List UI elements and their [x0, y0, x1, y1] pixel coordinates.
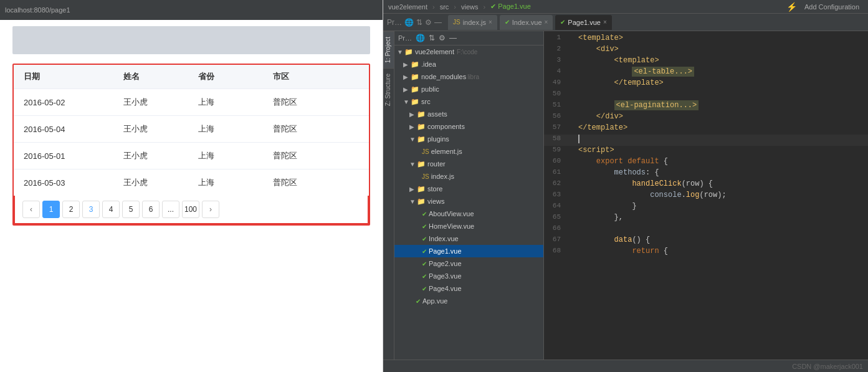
tree-src[interactable]: ▼ 📁 src [394, 95, 543, 108]
router-icon: 📁 [417, 160, 426, 168]
tree-store[interactable]: ▶ 📁 store [394, 183, 543, 195]
tree-router[interactable]: ▼ 📁 router [394, 158, 543, 170]
tree-index-vue[interactable]: ✔ Index.vue [394, 232, 543, 245]
ridx-icon: JS [422, 173, 429, 180]
code-line-68: 68 return { [544, 247, 868, 258]
av-label: AboutView.vue [429, 210, 474, 217]
code-line-63: 63 console.log(row); [544, 191, 868, 202]
tree-page2-vue[interactable]: ✔ Page2.vue [394, 257, 543, 270]
tree-app-vue[interactable]: ✔ App.vue [394, 295, 543, 307]
app-label: App.vue [422, 297, 447, 305]
code-line-58: 58 [544, 135, 868, 146]
data-table: 日期 姓名 省份 市区 2016-05-02王小虎上海普陀区2016-05-04… [14, 65, 369, 196]
page-6-button[interactable]: 6 [142, 201, 160, 218]
tree-page1-vue[interactable]: ✔ Page1.vue [394, 245, 543, 257]
browser-url[interactable]: localhost:8080/page1 [5, 6, 70, 14]
breadcrumb-views: views [461, 3, 479, 11]
ide-tab-bar: Pr… 🌐 ⇅ ⚙ — JS index.js × ✔ Index.vue × … [383, 14, 868, 31]
iv-icon: ✔ [422, 236, 427, 242]
tree-router-index-js[interactable]: JS index.js [394, 170, 543, 183]
idea-label: .idea [421, 60, 436, 68]
tree-page3-vue[interactable]: ✔ Page3.vue [394, 270, 543, 282]
idea-icon: 📁 [411, 60, 419, 69]
tree-public[interactable]: ▶ 📁 public [394, 83, 543, 95]
tree-node-modules[interactable]: ▶ 📁 node_modules libra [394, 70, 543, 83]
ide-side-labels: 1: Project Z: Structure [383, 31, 394, 360]
side-label-structure[interactable]: Z: Structure [383, 68, 394, 111]
router-label: router [427, 160, 446, 168]
tab-index-js[interactable]: JS index.js × [448, 15, 497, 30]
p2-icon: ✔ [422, 260, 427, 267]
table-row: 2016-05-01王小虎上海普陀区 [14, 143, 369, 169]
root-label: vue2element [415, 48, 454, 55]
tree-about-view[interactable]: ✔ AboutView.vue [394, 207, 543, 220]
page-1-button[interactable]: 1 [42, 201, 60, 218]
tree-components[interactable]: ▶ 📁 components [394, 120, 543, 133]
tree-assets[interactable]: ▶ 📁 assets [394, 108, 543, 120]
ide-file-tree: Pr… 🌐 ⇅ ⚙ — ▼ 📁 vue2element F:\code ▶ 📁 … [394, 31, 544, 360]
table-row: 2016-05-03王小虎上海普陀区 [14, 169, 369, 196]
col-district: 市区 [263, 65, 369, 89]
table-cell: 上海 [188, 143, 263, 169]
plugins-label: plugins [427, 135, 449, 143]
code-editor[interactable]: 1 <template> 2 <div> 3 <template> 4 [544, 31, 868, 360]
nm-arrow: ▶ [403, 74, 409, 80]
toolbar-icon-globe: 🌐 [404, 18, 414, 27]
assets-icon: 📁 [417, 110, 426, 118]
col-province: 省份 [188, 65, 263, 89]
tab-close-index-js[interactable]: × [489, 19, 492, 26]
table-cell: 2016-05-03 [14, 169, 113, 196]
page-2-button[interactable]: 2 [62, 201, 80, 218]
tab-close-page1-vue[interactable]: × [603, 19, 607, 26]
tree-views[interactable]: ▼ 📁 views [394, 195, 543, 207]
breadcrumb-project: vue2element [388, 3, 427, 11]
hv-label: HomeView.vue [429, 222, 474, 230]
code-line-2: 2 <div> [544, 45, 868, 56]
page-3-button[interactable]: 3 [82, 201, 100, 218]
next-page-button[interactable]: › [202, 201, 219, 218]
src-icon: 📁 [411, 98, 419, 106]
nm-label: node_modules [421, 73, 466, 80]
add-configuration-button[interactable]: Add Configuration [801, 2, 863, 12]
page-4-button[interactable]: 4 [102, 201, 120, 218]
av-icon: ✔ [422, 211, 427, 217]
debug-icon: ⚡ [786, 2, 797, 12]
p1-label: Page1.vue [429, 247, 462, 255]
tab-index-vue[interactable]: ✔ Index.vue × [500, 15, 553, 30]
tree-home-view[interactable]: ✔ HomeView.vue [394, 220, 543, 232]
js-icon: JS [453, 19, 460, 26]
table-cell: 普陀区 [263, 89, 369, 116]
ridx-label: index.js [431, 173, 454, 180]
p1-icon: ✔ [422, 248, 427, 255]
page-100-button[interactable]: 100 [182, 201, 199, 218]
tree-element-js[interactable]: JS element.js [394, 145, 543, 158]
p3-label: Page3.vue [429, 272, 462, 280]
table-cell: 王小虎 [113, 89, 188, 116]
sidebar-toolbar: Pr… 🌐 ⇅ ⚙ — [394, 31, 543, 45]
p3-icon: ✔ [422, 273, 427, 280]
table-container: 日期 姓名 省份 市区 2016-05-02王小虎上海普陀区2016-05-04… [12, 64, 370, 226]
tree-root[interactable]: ▼ 📁 vue2element F:\code [394, 45, 543, 58]
code-line-3: 3 <template> [544, 56, 868, 67]
table-cell: 上海 [188, 169, 263, 196]
tab-page1-vue[interactable]: ✔ Page1.vue × [555, 15, 611, 30]
tree-plugins[interactable]: ▼ 📁 plugins [394, 133, 543, 145]
tree-idea[interactable]: ▶ 📁 .idea [394, 58, 543, 70]
tab-close-index-vue[interactable]: × [545, 19, 548, 26]
code-line-49: 49 </template> [544, 79, 868, 90]
table-cell: 普陀区 [263, 143, 369, 169]
code-line-62: 62 handleClick(row) { [544, 179, 868, 191]
page-5-button[interactable]: 5 [122, 201, 140, 218]
tree-page4-vue[interactable]: ✔ Page4.vue [394, 282, 543, 295]
table-cell: 王小虎 [113, 116, 188, 143]
page-ellipsis-button[interactable]: ... [162, 201, 179, 218]
table-cell: 王小虎 [113, 143, 188, 169]
table-row: 2016-05-02王小虎上海普陀区 [14, 89, 369, 116]
assets-arrow: ▶ [409, 111, 416, 118]
prev-page-button[interactable]: ‹ [22, 201, 40, 218]
code-line-50: 50 [544, 90, 868, 101]
table-cell: 上海 [188, 116, 263, 143]
table-cell: 普陀区 [263, 116, 369, 143]
side-label-project[interactable]: 1: Project [383, 31, 394, 68]
table-row: 2016-05-04王小虎上海普陀区 [14, 116, 369, 143]
